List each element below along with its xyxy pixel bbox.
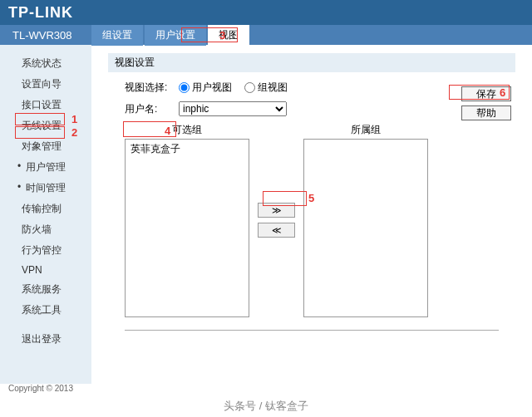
list-item[interactable]: 英菲克盒子 xyxy=(126,140,249,159)
belong-title: 所属组 xyxy=(303,123,428,139)
main-container: 系统状态 设置向导 接口设置 无线设置 对象管理 用户管理 时间管理 传输控制 … xyxy=(0,45,532,384)
belong-listbox[interactable] xyxy=(303,139,428,317)
annotation-num-5: 5 xyxy=(308,192,314,204)
annotation-num-6: 6 xyxy=(500,86,505,99)
arrow-column: ≫ ≪ xyxy=(258,123,295,317)
radio-group-input[interactable] xyxy=(244,82,255,93)
help-button[interactable]: 帮助 xyxy=(461,105,511,120)
tab-user-settings[interactable]: 用户设置 xyxy=(145,25,206,46)
select-username[interactable]: inphic xyxy=(179,101,287,116)
sidebar-item-vpn[interactable]: VPN xyxy=(0,261,91,279)
annotation-num-1: 1 xyxy=(71,113,77,125)
tab-group-settings[interactable]: 组设置 xyxy=(91,25,143,46)
radio-group-view[interactable]: 组视图 xyxy=(244,81,288,95)
sidebar-item-interface[interactable]: 接口设置 xyxy=(0,95,91,115)
available-listbox[interactable]: 英菲克盒子 xyxy=(125,139,249,317)
annotation-num-2: 2 xyxy=(71,126,77,139)
radio-user-view[interactable]: 用户视图 xyxy=(179,81,232,95)
sidebar-item-wireless[interactable]: 无线设置 xyxy=(0,115,91,136)
model-name: TL-WVR308 xyxy=(0,29,91,42)
move-right-button[interactable]: ≫ xyxy=(258,203,295,218)
move-left-button[interactable]: ≪ xyxy=(258,223,295,238)
divider xyxy=(125,330,499,331)
tab-view[interactable]: 视图 xyxy=(208,25,249,46)
sidebar-item-object-mgmt[interactable]: 对象管理 xyxy=(0,136,91,157)
sidebar-item-logout[interactable]: 退出登录 xyxy=(0,329,91,350)
radio-user-label: 用户视图 xyxy=(192,81,232,95)
watermark: 头条号 / 钛客盒子 xyxy=(0,395,532,417)
section-title: 视图设置 xyxy=(108,53,515,72)
row-view-select: 视图选择: 用户视图 组视图 xyxy=(108,81,515,95)
label-username: 用户名: xyxy=(125,102,179,116)
sidebar-item-time-mgmt[interactable]: 时间管理 xyxy=(0,178,91,199)
radio-group-label: 组视图 xyxy=(258,81,288,95)
sidebar-item-user-mgmt[interactable]: 用户管理 xyxy=(0,157,91,178)
sidebar: 系统状态 设置向导 接口设置 无线设置 对象管理 用户管理 时间管理 传输控制 … xyxy=(0,45,91,384)
radio-group-view: 用户视图 组视图 xyxy=(179,81,288,95)
available-wrap: 可选组 英菲克盒子 xyxy=(125,123,249,317)
row-username: 用户名: inphic xyxy=(108,101,515,116)
footer: Copyright © 2013 头条号 / 钛客盒子 xyxy=(0,381,532,417)
sidebar-item-behavior[interactable]: 行为管控 xyxy=(0,240,91,261)
dual-listbox: 可选组 英菲克盒子 ≫ ≪ 所属组 xyxy=(108,123,515,317)
belong-wrap: 所属组 xyxy=(303,123,428,317)
sidebar-item-status[interactable]: 系统状态 xyxy=(0,53,91,74)
label-view-select: 视图选择: xyxy=(125,81,179,95)
main-panel: 视图设置 视图选择: 用户视图 组视图 用户名: inphic xyxy=(91,45,532,384)
annotation-num-4: 4 xyxy=(165,125,170,137)
annotation-num-3: 3 xyxy=(219,29,225,42)
brand-logo: TP-LINK xyxy=(8,4,73,22)
tab-bar: 组设置 用户设置 视图 xyxy=(91,25,249,46)
subheader: TL-WVR308 组设置 用户设置 视图 xyxy=(0,25,532,45)
sidebar-item-firewall[interactable]: 防火墙 xyxy=(0,219,91,240)
sidebar-item-transmission[interactable]: 传输控制 xyxy=(0,199,91,219)
sidebar-item-system-tools[interactable]: 系统工具 xyxy=(0,300,91,321)
header-bar: TP-LINK xyxy=(0,0,532,25)
radio-user-input[interactable] xyxy=(179,82,190,93)
sidebar-item-system-service[interactable]: 系统服务 xyxy=(0,279,91,300)
sidebar-item-wizard[interactable]: 设置向导 xyxy=(0,74,91,95)
available-title: 可选组 xyxy=(125,123,249,139)
copyright: Copyright © 2013 xyxy=(0,381,532,395)
